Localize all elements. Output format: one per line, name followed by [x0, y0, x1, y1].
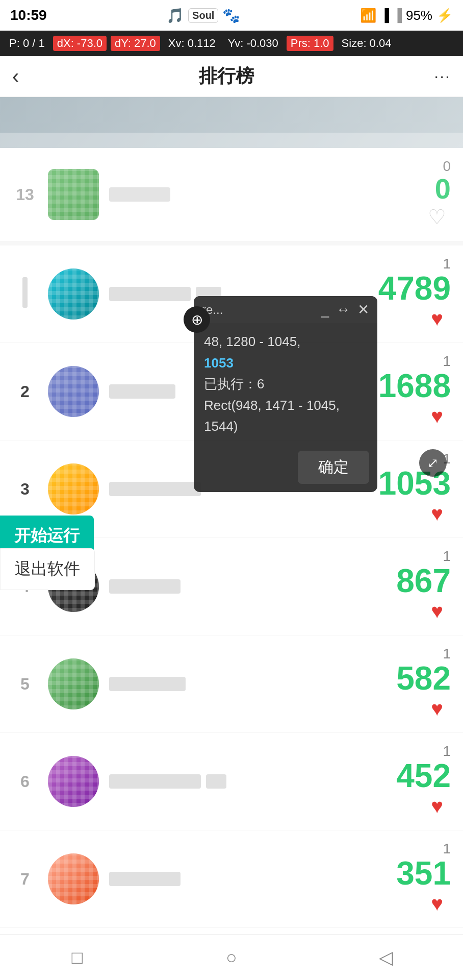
avatar	[48, 853, 99, 904]
page-title: 排行榜	[199, 64, 254, 89]
wifi-icon: 📶	[360, 8, 376, 23]
heart-button[interactable]: ♥	[423, 305, 451, 332]
rank-number: 7	[12, 870, 38, 889]
drag-icon: ⊕	[191, 311, 203, 328]
rank-name	[109, 774, 396, 789]
nav-back-button[interactable]: ◁	[368, 940, 404, 975]
expand-button[interactable]: ⤢	[419, 449, 447, 477]
avatar	[48, 658, 99, 709]
user-tag	[206, 774, 226, 789]
heart-button[interactable]: ♥	[423, 792, 451, 820]
bottom-nav: □ ○ ◁	[0, 934, 463, 980]
rank-info	[109, 579, 396, 594]
rank-item: 6 1 452 ♥	[0, 733, 463, 830]
user-name	[109, 677, 186, 691]
confirm-button[interactable]: 确定	[298, 451, 369, 484]
circle-icon: ○	[226, 947, 237, 968]
user-name	[109, 774, 201, 789]
avatar	[48, 463, 99, 514]
user-name	[109, 872, 181, 886]
heart-button[interactable]: ♥	[423, 500, 451, 527]
heart-button[interactable]: ♥	[423, 402, 451, 430]
rank-right: 1 582 ♥	[396, 646, 451, 722]
back-icon: ◁	[379, 947, 393, 968]
debug-bar: P: 0 / 1 dX: -73.0 dY: 27.0 Xv: 0.112 Yv…	[0, 31, 463, 56]
rank-right: 1 1688 ♥	[378, 353, 451, 430]
more-button[interactable]: ···	[434, 67, 451, 86]
close-button[interactable]: ✕	[357, 301, 369, 318]
nav-square-button[interactable]: □	[59, 940, 95, 975]
user-name	[109, 384, 175, 399]
rank-number: 6	[12, 772, 38, 791]
list-divider	[0, 241, 463, 246]
rank-item: 5 1 582 ♥	[0, 635, 463, 733]
battery-label: 95%	[406, 8, 432, 23]
app-icons: 🎵 Soul 🐾	[166, 7, 240, 24]
rank-score: 867	[396, 565, 451, 597]
heart-button[interactable]: ♥	[423, 890, 451, 917]
rank-score: 0	[435, 175, 451, 203]
rank-name	[109, 187, 405, 202]
rank-name	[109, 677, 396, 691]
rank-number: 2	[12, 382, 38, 401]
avatar	[48, 268, 99, 320]
rank-score: 4789	[378, 272, 451, 305]
dialog-line4: 1544)	[204, 416, 367, 437]
dialog-line2: 已执行：6	[204, 374, 367, 395]
banner	[0, 97, 463, 148]
exit-button[interactable]: 退出软件	[0, 548, 95, 590]
rank-score: 582	[396, 662, 451, 695]
dialog-score: 1053	[204, 353, 367, 374]
heart-button[interactable]: ♥	[423, 597, 451, 625]
dialog-title: re...	[202, 303, 321, 317]
tiktok-icon: 🎵	[166, 7, 184, 24]
heart-button[interactable]: ♡	[423, 203, 451, 231]
rank-score: 1688	[378, 370, 451, 402]
signal-icon: ▐	[380, 8, 389, 22]
rank-number: 3	[12, 480, 38, 499]
user-name	[109, 482, 201, 496]
rank-info	[109, 774, 396, 789]
nav-home-button[interactable]: ○	[214, 940, 249, 975]
rank-name	[109, 872, 396, 886]
rank-score: 351	[396, 857, 451, 890]
debug-yv: Yv: -0.030	[224, 36, 282, 51]
rank-right: 1 867 ♥	[396, 548, 451, 625]
rank-item: 13 0 0 ♡	[0, 148, 463, 241]
dialog-body: 48, 1280 - 1045, 1053 已执行：6 Rect(948, 14…	[194, 323, 377, 446]
status-bar: 10:59 🎵 Soul 🐾 📶 ▐ ▐ 95% ⚡	[0, 0, 463, 31]
soul-icon: Soul	[188, 8, 218, 23]
rank-number: 13	[12, 185, 38, 204]
status-right: 📶 ▐ ▐ 95% ⚡	[360, 8, 453, 23]
resize-button[interactable]: ↔	[336, 302, 350, 318]
signal-icon2: ▐	[393, 8, 402, 22]
expand-icon: ⤢	[427, 455, 439, 471]
user-name	[109, 187, 170, 202]
rank-name	[109, 579, 396, 594]
rank-right: 1 452 ♥	[396, 743, 451, 820]
heart-button[interactable]: ♥	[423, 695, 451, 722]
minimize-button[interactable]: _	[321, 302, 329, 318]
drag-handle[interactable]: ⊕	[184, 306, 210, 333]
rank-score: 452	[396, 760, 451, 792]
dialog-footer: 确定	[194, 446, 377, 492]
debug-prs: Prs: 1.0	[287, 36, 333, 51]
user-name	[109, 287, 191, 301]
dialog-controls: _ ↔ ✕	[321, 301, 369, 318]
rank-number: 5	[12, 675, 38, 694]
rank-info	[109, 872, 396, 886]
rank-right: 1 351 ♥	[396, 841, 451, 917]
debug-dx: dX: -73.0	[53, 36, 107, 51]
debug-dy: dY: 27.0	[111, 36, 160, 51]
dialog-titlebar: re... _ ↔ ✕	[194, 296, 377, 323]
rank-item: 7 1 351 ♥	[0, 830, 463, 928]
avatar	[48, 169, 99, 220]
top-nav: ‹ 排行榜 ···	[0, 56, 463, 97]
paw-icon: 🐾	[222, 7, 240, 24]
avatar	[48, 756, 99, 807]
rank-info	[109, 677, 396, 691]
dialog-line1: 48, 1280 - 1045,	[204, 331, 367, 353]
rank-right: 0 0 ♡	[405, 158, 451, 231]
back-button[interactable]: ‹	[12, 65, 19, 88]
charging-icon: ⚡	[436, 8, 453, 23]
